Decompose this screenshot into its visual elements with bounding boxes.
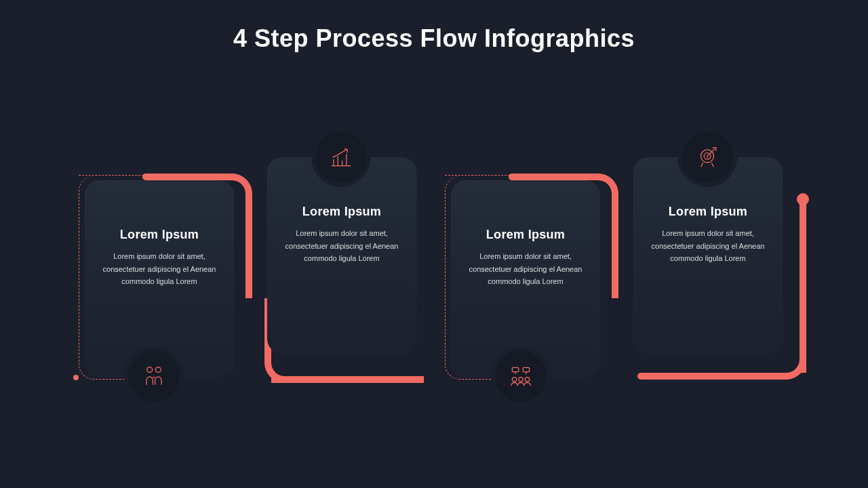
growth-icon [315,131,367,183]
svg-point-4 [525,378,529,382]
step-card-4: Lorem Ipsum Lorem ipsum dolor sit amet, … [633,157,783,354]
connector-3-h [509,174,600,180]
connector-4-v [800,203,806,373]
start-dot [73,375,79,380]
svg-rect-5 [512,367,519,371]
step-body: Lorem ipsum dolor sit amet, consectetuer… [100,250,219,288]
connector-3-v [612,194,618,298]
connector-1-v [245,194,252,298]
people-icon [128,350,180,402]
svg-rect-6 [523,367,530,371]
team-icon [495,350,547,402]
step-card-2: Lorem Ipsum Lorem ipsum dolor sit amet, … [267,157,416,354]
svg-point-3 [519,378,523,382]
step-card-3: Lorem Ipsum Lorem ipsum dolor sit amet, … [451,180,600,377]
step-heading: Lorem Ipsum [466,228,585,242]
connector-2-h [271,376,424,383]
step-card-1: Lorem Ipsum Lorem ipsum dolor sit amet, … [85,180,234,377]
diagram-stage: Lorem Ipsum Lorem ipsum dolor sit amet, … [0,0,868,488]
svg-point-0 [147,367,153,373]
connector-1-h [142,174,234,180]
svg-point-1 [155,367,161,373]
step-body: Lorem ipsum dolor sit amet, consectetuer… [282,227,401,265]
step-heading: Lorem Ipsum [648,205,768,219]
svg-point-2 [512,378,516,382]
step-body: Lorem ipsum dolor sit amet, consectetuer… [466,250,585,288]
target-icon: $ [682,131,733,183]
step-heading: Lorem Ipsum [100,228,219,242]
step-body: Lorem ipsum dolor sit amet, consectetuer… [648,227,768,265]
svg-text:$: $ [706,155,708,159]
connector-4-h [637,373,786,380]
step-heading: Lorem Ipsum [282,205,401,219]
dashed-outline-step-3-top [445,175,510,176]
